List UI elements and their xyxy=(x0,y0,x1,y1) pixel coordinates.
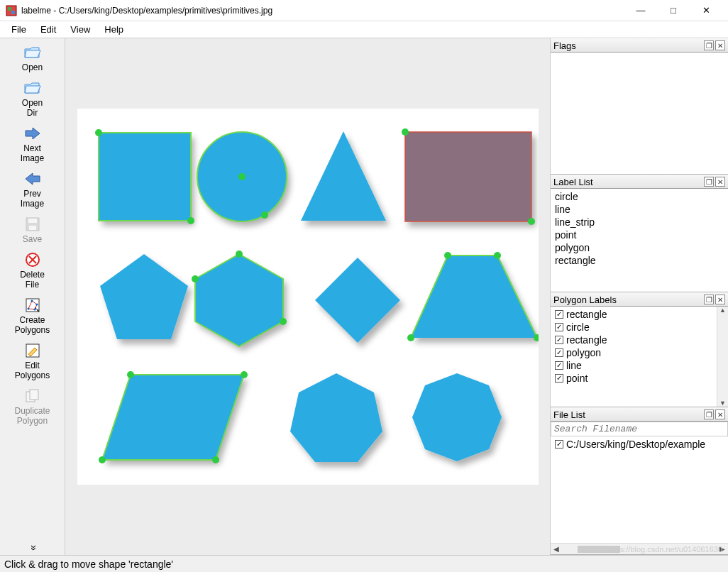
polygon-create-icon xyxy=(23,297,42,314)
flags-panel-body[interactable] xyxy=(551,53,728,174)
undock-icon[interactable]: ❐ xyxy=(704,409,714,419)
polygon-label-item[interactable]: ✓line xyxy=(551,359,717,372)
svg-point-23 xyxy=(238,173,246,180)
svg-point-33 xyxy=(192,275,199,282)
open-button[interactable]: Open xyxy=(2,41,62,77)
flags-panel: Flags ❐ ✕ xyxy=(551,38,728,175)
polygon-label-item[interactable]: ✓point xyxy=(551,372,717,385)
vertical-scrollbar[interactable]: ▲▼ xyxy=(717,307,728,407)
close-icon[interactable]: ✕ xyxy=(715,40,725,50)
toolbar: Open Open Dir Next Image Prev Image Save… xyxy=(0,38,65,555)
create-polygons-button[interactable]: Create Polygons xyxy=(2,294,62,339)
svg-marker-47 xyxy=(290,373,382,462)
file-list-panel: File List ❐ ✕ ✓C:/Users/king/Desktop/exa… xyxy=(551,407,728,555)
scroll-up-icon[interactable]: ▲ xyxy=(719,307,726,314)
polygon-label-item[interactable]: ✓rectangle xyxy=(551,334,717,346)
checkbox-icon[interactable]: ✓ xyxy=(555,310,563,319)
arrow-right-icon xyxy=(23,125,42,142)
label-list-body[interactable]: circle line line_strip point polygon rec… xyxy=(551,189,728,292)
edit-polygons-button[interactable]: Edit Polygons xyxy=(2,339,62,385)
file-list-panel-header[interactable]: File List ❐ ✕ xyxy=(551,407,728,422)
file-list-text: C:/Users/king/Desktop/example xyxy=(566,439,705,450)
maximize-button[interactable]: □ xyxy=(657,0,690,21)
menu-view[interactable]: View xyxy=(63,23,97,36)
prev-image-button[interactable]: Prev Image xyxy=(2,167,62,213)
scroll-left-icon[interactable]: ◀ xyxy=(551,545,562,553)
polygon-labels-body[interactable]: ✓rectangle ✓circle ✓rectangle ✓polygon ✓… xyxy=(551,307,728,407)
polygon-label-item[interactable]: ✓circle xyxy=(551,321,717,334)
svg-point-27 xyxy=(402,128,409,136)
label-list-panel-title: Label List xyxy=(553,177,593,187)
svg-rect-17 xyxy=(99,133,191,221)
polygon-label-item[interactable]: ✓polygon xyxy=(551,346,717,359)
close-icon[interactable]: ✕ xyxy=(715,295,725,304)
menu-file[interactable]: File xyxy=(4,23,33,36)
file-list-body[interactable]: ✓C:/Users/king/Desktop/example ◀▶ xyxy=(551,422,728,554)
duplicate-icon xyxy=(23,387,42,405)
save-button[interactable]: Save xyxy=(2,213,62,248)
svg-point-43 xyxy=(127,371,134,378)
list-item[interactable]: circle xyxy=(551,190,728,203)
svg-point-32 xyxy=(236,251,243,258)
close-icon[interactable]: ✕ xyxy=(715,177,725,187)
polygon-label-text: polygon xyxy=(566,347,601,358)
save-label: Save xyxy=(23,234,42,244)
polygon-label-text: rectangle xyxy=(566,309,607,320)
list-item[interactable]: rectangle xyxy=(551,254,728,267)
canvas-image[interactable] xyxy=(77,109,539,485)
svg-point-45 xyxy=(212,456,219,463)
app-icon xyxy=(6,5,17,16)
flags-panel-header[interactable]: Flags ❐ ✕ xyxy=(551,38,728,53)
prev-image-label: Prev Image xyxy=(21,189,44,209)
search-filename-input[interactable] xyxy=(551,422,728,436)
svg-point-38 xyxy=(494,252,501,259)
polygon-label-text: rectangle xyxy=(566,334,607,346)
open-dir-label: Open Dir xyxy=(22,98,43,118)
menu-help[interactable]: Help xyxy=(97,23,131,36)
svg-rect-16 xyxy=(30,390,38,400)
window-controls: — □ ✕ xyxy=(624,0,722,21)
undock-icon[interactable]: ❐ xyxy=(704,177,714,187)
label-list-panel-header[interactable]: Label List ❐ ✕ xyxy=(551,175,728,189)
label-list-panel: Label List ❐ ✕ circle line line_strip po… xyxy=(551,175,728,292)
checkbox-icon[interactable]: ✓ xyxy=(555,323,563,331)
undock-icon[interactable]: ❐ xyxy=(704,295,714,304)
list-item[interactable]: point xyxy=(551,229,728,241)
svg-point-12 xyxy=(33,309,35,311)
file-list-panel-title: File List xyxy=(553,409,585,420)
svg-marker-41 xyxy=(102,375,244,460)
svg-marker-25 xyxy=(301,131,386,221)
edit-polygons-label: Edit Polygons xyxy=(15,361,50,380)
next-image-button[interactable]: Next Image xyxy=(2,122,62,167)
svg-marker-48 xyxy=(412,373,502,461)
file-list-item[interactable]: ✓C:/Users/king/Desktop/example xyxy=(551,438,728,451)
scroll-down-icon[interactable]: ▼ xyxy=(719,400,726,407)
svg-point-19 xyxy=(95,129,102,136)
checkbox-icon[interactable]: ✓ xyxy=(555,361,563,370)
checkbox-icon[interactable]: ✓ xyxy=(555,348,563,357)
polygon-label-item[interactable]: ✓rectangle xyxy=(551,308,717,321)
menu-edit[interactable]: Edit xyxy=(33,23,63,36)
list-item[interactable]: line_strip xyxy=(551,216,728,229)
toolbar-expand-button[interactable]: » xyxy=(25,545,39,551)
close-icon[interactable]: ✕ xyxy=(715,409,725,419)
svg-point-9 xyxy=(27,308,29,310)
floppy-icon xyxy=(23,216,42,233)
checkbox-icon[interactable]: ✓ xyxy=(555,440,563,449)
checkbox-icon[interactable]: ✓ xyxy=(555,374,563,383)
status-text: Click & drag to move shape 'rectangle' xyxy=(4,559,173,570)
undock-icon[interactable]: ❐ xyxy=(704,40,714,50)
list-item[interactable]: line xyxy=(551,203,728,216)
checkbox-icon[interactable]: ✓ xyxy=(555,336,563,344)
open-dir-button[interactable]: Open Dir xyxy=(2,77,62,122)
duplicate-polygon-button[interactable]: Duplicate Polygon xyxy=(2,385,62,430)
list-item[interactable]: polygon xyxy=(551,241,728,254)
close-button[interactable]: ✕ xyxy=(690,0,722,21)
create-polygons-label: Create Polygons xyxy=(15,315,50,335)
delete-file-button[interactable]: Delete File xyxy=(2,248,62,294)
next-image-label: Next Image xyxy=(21,143,44,163)
minimize-button[interactable]: — xyxy=(624,0,657,21)
watermark: https://blog.csdn.net/u014061630 xyxy=(607,545,722,554)
polygon-labels-panel-header[interactable]: Polygon Labels ❐ ✕ xyxy=(551,292,728,307)
canvas-area[interactable] xyxy=(65,38,550,555)
